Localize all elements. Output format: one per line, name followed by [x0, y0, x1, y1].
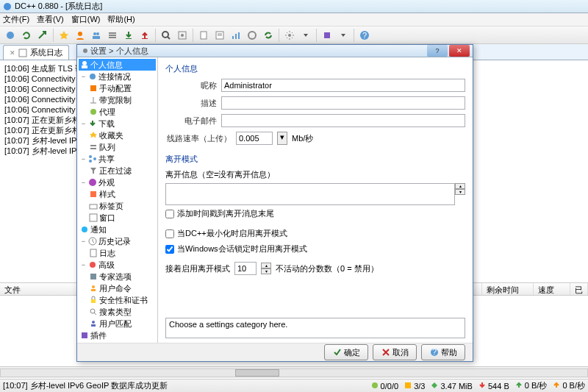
svg-rect-5 — [93, 36, 100, 39]
tb-favhubs-icon[interactable] — [57, 28, 71, 43]
menu-file[interactable]: 文件(F) — [3, 14, 29, 25]
tb-settings-dd-icon[interactable] — [298, 28, 313, 43]
dialog-title: 设置 > 个人信息 — [90, 46, 426, 57]
close-icon[interactable]: ✕ — [10, 49, 15, 57]
svg-line-54 — [94, 313, 96, 315]
tb-syslog-icon[interactable] — [212, 28, 227, 43]
desc-input[interactable] — [221, 96, 465, 110]
nick-input[interactable] — [221, 79, 465, 92]
svg-rect-6 — [109, 32, 116, 34]
tb-reconnect-icon[interactable] — [19, 28, 34, 43]
status-shared: 3.47 MiB — [431, 382, 472, 391]
tree-proxy[interactable]: 代理 — [79, 106, 156, 118]
tb-hash-icon[interactable] — [245, 28, 259, 43]
away-append-label: 添加时间戳到离开消息末尾 — [177, 208, 274, 219]
tree-advanced[interactable]: −高级 — [79, 259, 156, 271]
dialog-help-button[interactable]: ? — [427, 45, 448, 57]
cancel-button[interactable]: 取消 — [373, 344, 417, 360]
dialog-close-button[interactable]: ✕ — [449, 45, 470, 57]
menu-help[interactable]: 帮助(H) — [107, 14, 135, 25]
toolbar-separator — [53, 29, 54, 42]
tree-tabs[interactable]: 标签页 — [79, 200, 156, 212]
away-msg-spinner[interactable]: ▴▾ — [455, 183, 465, 205]
section-personal: 个人信息 — [165, 63, 465, 74]
speed-unit: Mb/秒 — [292, 133, 313, 144]
tree-queue[interactable]: 队列 — [79, 141, 156, 153]
tree-windows[interactable]: 窗口 — [79, 212, 156, 224]
tb-queue-icon[interactable] — [105, 28, 120, 43]
desc-label: 描述 — [165, 98, 217, 109]
tb-stats-icon[interactable] — [229, 28, 243, 43]
col-done[interactable]: 已 — [570, 283, 588, 295]
away-append-check[interactable] — [165, 210, 174, 218]
ok-button[interactable]: 确定 — [324, 344, 368, 360]
tb-redirect-icon[interactable] — [35, 28, 50, 43]
scroll-thumb[interactable] — [235, 369, 279, 377]
dialog-buttons: 确定 取消 ?帮助 — [77, 343, 473, 361]
tree-personal[interactable]: 个人信息 — [79, 59, 156, 71]
svg-line-12 — [168, 37, 170, 39]
tree-plugins[interactable]: 插件 — [79, 329, 156, 341]
tree-filtering[interactable]: 正在过滤 — [79, 165, 156, 177]
svg-text:?: ? — [362, 31, 367, 40]
tb-plugin-icon[interactable] — [320, 28, 334, 43]
tree-favorites[interactable]: 收藏夹 — [79, 129, 156, 141]
status-hubs: 3/3 — [404, 382, 425, 391]
menu-view[interactable]: 查看(V) — [37, 14, 64, 25]
col-speed[interactable]: 速度 — [534, 283, 570, 295]
tb-users-icon[interactable] — [89, 28, 104, 43]
tree-notify[interactable]: 通知 — [79, 224, 156, 235]
tb-finished-dl-icon[interactable] — [121, 28, 136, 43]
tree-appearance[interactable]: −外观 — [79, 177, 156, 188]
tb-finished-ul-icon[interactable] — [137, 28, 152, 43]
tree-usercmd[interactable]: 用户命令 — [79, 282, 156, 294]
tree-styles[interactable]: 样式 — [79, 188, 156, 200]
speed-input[interactable] — [236, 132, 273, 145]
col-remaining[interactable]: 剩余时间 — [482, 283, 534, 295]
away-msg-input[interactable] — [165, 183, 455, 205]
away-lock-check[interactable] — [165, 245, 174, 254]
svg-rect-24 — [324, 32, 330, 38]
chevron-down-icon[interactable]: ▾ — [277, 132, 287, 145]
away-timer-input[interactable] — [234, 262, 257, 275]
svg-rect-44 — [90, 214, 97, 221]
tree-searchtype[interactable]: 搜素类型 — [79, 306, 156, 318]
tb-search-icon[interactable] — [159, 28, 173, 43]
svg-point-48 — [90, 262, 96, 268]
h-scrollbar[interactable] — [0, 366, 588, 378]
menu-window[interactable]: 窗口(W) — [71, 14, 101, 25]
tree-history[interactable]: −历史记录 — [79, 235, 156, 247]
gear-icon — [80, 46, 90, 56]
dialog-titlebar[interactable]: 设置 > 个人信息 ? ✕ — [77, 45, 473, 57]
tree-download[interactable]: −下载 — [79, 118, 156, 129]
toolbar-separator — [155, 29, 156, 42]
svg-point-38 — [89, 155, 92, 158]
tree-manual[interactable]: 手动配置 — [79, 82, 156, 94]
tb-adlsearch-icon[interactable] — [175, 28, 190, 43]
svg-rect-37 — [90, 148, 96, 149]
tree-share[interactable]: −共享 — [79, 153, 156, 165]
away-min-check[interactable] — [165, 229, 174, 238]
away-timer-spinner[interactable]: ▴▾ — [261, 263, 271, 274]
tb-plugin-dd-icon[interactable] — [336, 28, 351, 43]
help-button[interactable]: ?帮助 — [421, 344, 465, 360]
tree-bwlimit[interactable]: 带宽限制 — [79, 94, 156, 106]
tree-usermatch[interactable]: 用户匹配 — [79, 318, 156, 329]
svg-point-3 — [93, 32, 96, 35]
email-input[interactable] — [221, 114, 465, 127]
svg-point-35 — [90, 109, 96, 115]
svg-rect-43 — [90, 204, 97, 209]
tb-help-icon[interactable]: ? — [357, 28, 372, 43]
col-file[interactable]: 文件 — [0, 283, 88, 295]
email-label: 电子邮件 — [165, 115, 217, 126]
tb-settings-icon[interactable] — [282, 28, 297, 43]
tb-connect-icon[interactable] — [3, 28, 18, 43]
tb-refresh-icon[interactable] — [261, 28, 276, 43]
tree-expert[interactable]: 专家选项 — [79, 271, 156, 282]
tree-connection[interactable]: −连接情况 — [79, 71, 156, 82]
tree-cert[interactable]: 安全性和证书 — [79, 294, 156, 306]
tab-syslog[interactable]: ✕ 系统日志 — [3, 45, 69, 60]
tree-logs[interactable]: 日志 — [79, 247, 156, 259]
tb-notepad-icon[interactable] — [196, 28, 211, 43]
tb-favusers-icon[interactable] — [73, 28, 87, 43]
